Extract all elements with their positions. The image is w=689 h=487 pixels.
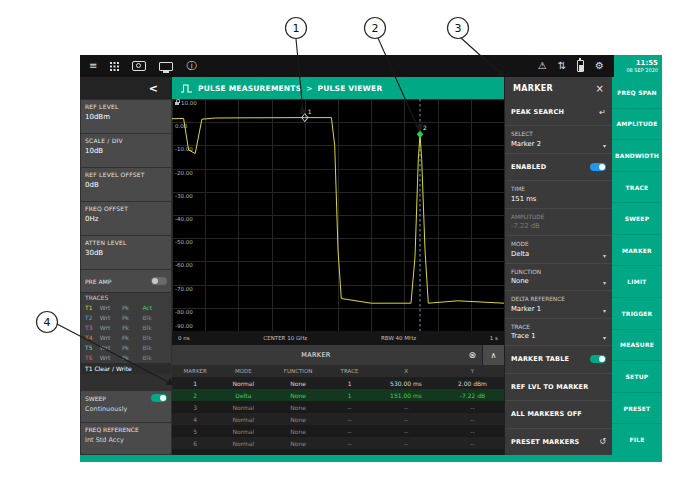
ref-level-offset-button[interactable]: REF LEVEL OFFSET 0dB xyxy=(81,168,171,201)
marker-table-row-4[interactable]: 4 Normal None -- -- -- xyxy=(172,413,504,425)
enabled-toggle[interactable] xyxy=(590,163,606,171)
col-header-marker: MARKER xyxy=(172,368,218,374)
breadcrumb-separator: > xyxy=(306,84,312,93)
date-text: 08 SEP 2020 xyxy=(614,67,658,73)
sweep-button[interactable]: SWEEP Continuously xyxy=(81,391,171,422)
sweep-label: SWEEP xyxy=(85,395,106,402)
marker-panel: PEAK SEARCH ↵ SELECT Marker 2 ▾ ENABLED … xyxy=(504,99,612,455)
marker-table-toggle-item[interactable]: MARKER TABLE xyxy=(505,346,612,373)
all-markers-off-button[interactable]: ALL MARKERS OFF xyxy=(505,401,612,428)
freq-reference-button[interactable]: FREQ REFERENCE Int Std Accy xyxy=(81,423,171,454)
peak-search-button[interactable]: PEAK SEARCH ↵ xyxy=(505,99,612,126)
circle-close-icon[interactable]: ⊗ xyxy=(468,350,476,360)
breadcrumb-root[interactable]: PULSE MEASUREMENTS xyxy=(198,84,301,93)
callout-4: 4 xyxy=(37,312,58,333)
trace-mode: Wrt xyxy=(100,333,122,343)
sweep-value: Continuously xyxy=(85,405,167,413)
info-icon[interactable]: ⓘ xyxy=(186,61,196,71)
marker-table-row-1[interactable]: 1 Normal None 1 530.00 ms 2.00 dBm xyxy=(172,377,504,389)
ref-lvl-to-marker-button[interactable]: REF LVL TO MARKER xyxy=(505,374,612,401)
sweep-toggle[interactable] xyxy=(151,394,167,402)
back-chevron-icon: < xyxy=(149,82,158,95)
time-field[interactable]: TIME 151 ms xyxy=(505,181,612,208)
pre-amp-toggle[interactable] xyxy=(151,277,167,285)
freq-offset-value: 0Hz xyxy=(85,215,167,223)
menu-item-amplitude[interactable]: AMPLITUDE xyxy=(612,109,662,141)
trace-state: Act xyxy=(142,303,167,313)
svg-text:1: 1 xyxy=(308,108,312,115)
menu-item-marker[interactable]: MARKER xyxy=(612,235,662,267)
marker-table-row-2[interactable]: 2 Delta None 1 151.00 ms -7.22 dB xyxy=(172,389,504,401)
trace-detector: Pk xyxy=(122,333,143,343)
menu-item-preset[interactable]: PRESET xyxy=(612,393,662,425)
enabled-toggle-item[interactable]: ENABLED xyxy=(505,154,612,181)
time-label: TIME xyxy=(511,186,606,193)
trace-mode: Wrt xyxy=(100,323,122,333)
marker-table-toggle[interactable] xyxy=(590,355,606,363)
traces-summary[interactable]: TRACES T1 Wrt Pk Act T2 Wrt Pk Blk T3 Wr… xyxy=(81,293,171,374)
marker-table-row-3[interactable]: 3 Normal None -- -- -- xyxy=(172,401,504,413)
breadcrumb-current: PULSE VIEWER xyxy=(318,84,383,93)
menu-item-sweep[interactable]: SWEEP xyxy=(612,203,662,235)
cell-trace: -- xyxy=(328,416,371,423)
scale-div-button[interactable]: SCALE / DIV 10dB xyxy=(81,134,171,167)
menu-item-trace[interactable]: TRACE xyxy=(612,172,662,204)
menu-item-setup[interactable]: SETUP xyxy=(612,361,662,393)
atten-level-label: ATTEN LEVEL xyxy=(85,239,167,246)
apps-grid-icon[interactable] xyxy=(110,62,119,71)
marker-table-row-5[interactable]: 5 Normal None -- -- -- xyxy=(172,425,504,437)
trace-detector: Pk xyxy=(122,353,143,363)
gear-icon[interactable]: ⚙ xyxy=(595,61,604,71)
menu-item-bandwidth[interactable]: BANDWIDTH xyxy=(612,140,662,172)
collapse-chevron-icon[interactable]: ∧ xyxy=(482,345,504,365)
preset-markers-button[interactable]: PRESET MARKERS ↺ xyxy=(505,429,612,455)
cell-x: -- xyxy=(371,416,441,423)
trace-value: Trace 1 xyxy=(511,332,606,340)
trace-mode: Wrt xyxy=(100,313,122,323)
freq-offset-label: FREQ OFFSET xyxy=(85,205,167,212)
atten-level-button[interactable]: ATTEN LEVEL 30dB xyxy=(81,236,171,269)
display-icon[interactable] xyxy=(159,62,173,71)
back-button[interactable]: < xyxy=(80,77,172,99)
trace-dropdown[interactable]: TRACE Trace 1 ▾ xyxy=(505,319,612,346)
chart-plot[interactable]: 10.00 0.00 -10.00 -20.00 -30.00 -40.00 -… xyxy=(172,99,504,331)
callout-2: 2 xyxy=(365,18,386,39)
freq-offset-button[interactable]: FREQ OFFSET 0Hz xyxy=(81,202,171,235)
cell-function: None xyxy=(268,404,328,411)
cell-function: None xyxy=(268,428,328,435)
delta-reference-label: DELTA REFERENCE xyxy=(511,296,606,303)
function-dropdown[interactable]: FUNCTION None ▾ xyxy=(505,264,612,291)
mode-dropdown[interactable]: MODE Delta ▾ xyxy=(505,236,612,263)
ref-level-button[interactable]: REF LEVEL 10dBm xyxy=(81,100,171,133)
camera-icon[interactable] xyxy=(132,61,146,71)
menu-item-freq-span[interactable]: FREQ SPAN xyxy=(612,77,662,109)
pre-amp-button[interactable]: PRE AMP xyxy=(81,270,171,292)
col-header-x: X xyxy=(371,368,441,374)
cell-mode: Delta xyxy=(218,392,268,399)
instrument-screen: ≡ ⓘ ⚠ ⇅ ⚙ 11:55 08 SEP 2020 < xyxy=(80,55,662,462)
chart-marker-1[interactable]: 1 xyxy=(302,108,312,122)
menu-item-trigger[interactable]: TRIGGER xyxy=(612,298,662,330)
cell-marker: 5 xyxy=(172,428,218,435)
cell-mode: Normal xyxy=(218,404,268,411)
trace-mode: Wrt xyxy=(100,343,122,353)
transfer-icon[interactable]: ⇅ xyxy=(558,61,566,71)
cell-y: -- xyxy=(441,428,504,435)
ref-lvl-to-marker-label: REF LVL TO MARKER xyxy=(511,383,588,391)
chevron-down-icon: ▾ xyxy=(603,334,606,341)
marker-table-row-6[interactable]: 6 Normal None -- -- -- xyxy=(172,437,504,449)
ref-level-label: REF LEVEL xyxy=(85,103,167,110)
menu-item-file[interactable]: FILE xyxy=(612,424,662,455)
cell-marker: 4 xyxy=(172,416,218,423)
close-icon[interactable]: × xyxy=(596,83,604,94)
chart-marker-2[interactable]: 2 xyxy=(417,124,427,138)
select-marker-dropdown[interactable]: SELECT Marker 2 ▾ xyxy=(505,126,612,153)
menu-item-limit[interactable]: LIMIT xyxy=(612,266,662,298)
cell-trace: 1 xyxy=(328,380,371,387)
menu-item-measure[interactable]: MEASURE xyxy=(612,330,662,362)
warning-icon[interactable]: ⚠ xyxy=(538,61,547,71)
chevron-down-icon: ▾ xyxy=(603,307,606,314)
delta-reference-dropdown[interactable]: DELTA REFERENCE Marker 1 ▾ xyxy=(505,291,612,318)
cell-trace: -- xyxy=(328,440,371,447)
menu-icon[interactable]: ≡ xyxy=(89,61,97,71)
